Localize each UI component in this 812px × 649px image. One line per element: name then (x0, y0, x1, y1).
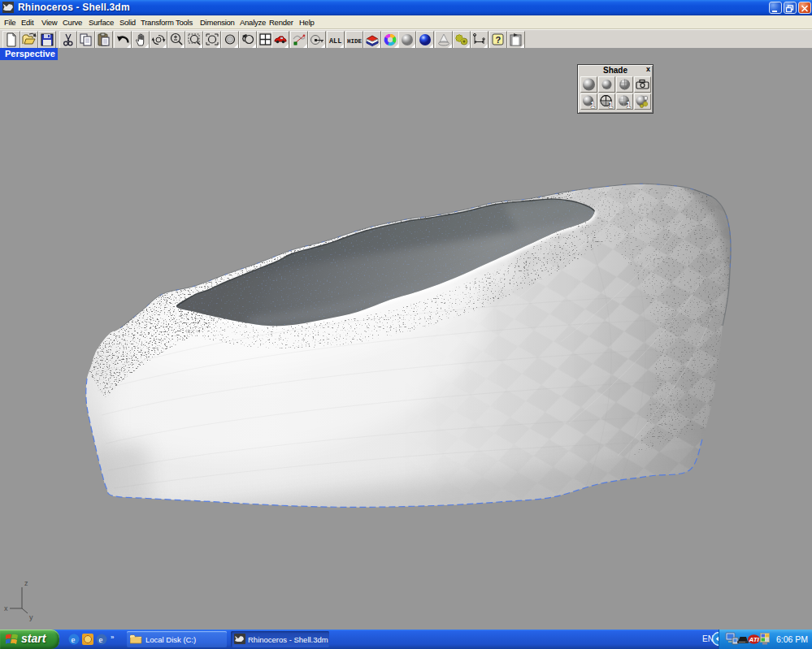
svg-text:1: 1 (627, 101, 632, 110)
svg-text:HIDE: HIDE (347, 38, 362, 45)
svg-text:e: e (99, 634, 103, 644)
svg-text:1: 1 (609, 101, 614, 110)
svg-text:x: x (4, 604, 8, 612)
svg-text:»: » (111, 634, 115, 641)
svg-text:?: ? (495, 35, 501, 45)
svg-text:1: 1 (591, 101, 596, 110)
svg-text:e: e (72, 634, 76, 644)
svg-text:y: y (29, 613, 33, 621)
svg-text:z: z (24, 579, 28, 587)
svg-text:ATI: ATI (749, 636, 760, 643)
